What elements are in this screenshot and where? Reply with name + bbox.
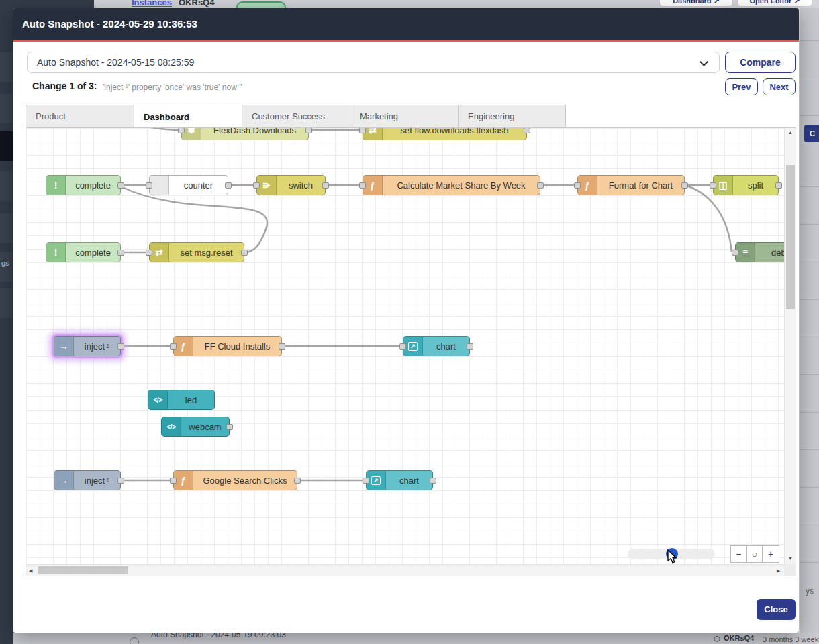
compare-button[interactable]: Compare	[725, 52, 796, 73]
vertical-scrollbar[interactable]: ▲ ▼	[784, 128, 796, 564]
node-label: FlexDash Downloads	[201, 128, 308, 140]
instances-link[interactable]: Instances	[132, 0, 172, 7]
close-button[interactable]: Close	[757, 599, 796, 620]
output-port[interactable]	[305, 128, 312, 133]
complete-icon: !	[46, 176, 66, 195]
sidebar-item[interactable]	[0, 94, 13, 123]
scrollbar-corner	[784, 564, 796, 576]
prev-button[interactable]: Prev	[725, 78, 758, 95]
output-port[interactable]	[524, 128, 530, 133]
flow-node-split[interactable]: ◫split	[713, 175, 779, 195]
node-label: set flow.downloads.flexdash	[383, 128, 526, 140]
flow-node-complete-1[interactable]: !complete	[46, 175, 121, 195]
input-port[interactable]	[170, 343, 177, 350]
node-label: chart	[386, 471, 432, 490]
input-port[interactable]	[146, 250, 152, 256]
flow-node-led[interactable]: </>led	[148, 390, 215, 410]
input-port[interactable]	[710, 182, 716, 189]
change-icon: ⇄	[150, 243, 169, 262]
open-editor-button[interactable]: Open Editor ↗	[737, 0, 812, 7]
zoom-in-button[interactable]: +	[763, 546, 779, 562]
flow-node-switch[interactable]: ⋔switch	[256, 175, 326, 195]
flow-node-set-msg-reset[interactable]: ⇄set msg.reset	[149, 242, 244, 262]
output-port[interactable]	[537, 182, 544, 189]
horizontal-scrollbar[interactable]: ◀ ▶	[26, 564, 784, 576]
hexagon-icon: ⬡	[714, 635, 720, 643]
output-port[interactable]	[117, 182, 124, 189]
counter-icon	[150, 176, 169, 195]
next-button[interactable]: Next	[763, 78, 796, 95]
dashboard-button[interactable]: Dashboard ↗	[659, 0, 733, 7]
sidebar-item[interactable]	[0, 213, 13, 243]
output-port[interactable]	[225, 182, 232, 189]
output-port[interactable]	[241, 250, 248, 256]
input-port[interactable]	[363, 478, 369, 484]
tab-label: Engineering	[468, 111, 514, 121]
output-port[interactable]	[681, 182, 688, 189]
tab-customer-success[interactable]: Customer Success	[242, 105, 350, 128]
output-port[interactable]	[322, 182, 329, 189]
output-port[interactable]	[226, 424, 233, 430]
node-label: Calculate Market Share By Week	[383, 176, 540, 195]
tab-label: Marketing	[360, 111, 398, 121]
function-icon: ƒ	[174, 471, 193, 490]
scroll-right-icon[interactable]: ▶	[777, 568, 780, 574]
scroll-up-icon[interactable]: ▲	[788, 130, 793, 135]
tab-dashboard[interactable]: Dashboard	[134, 105, 242, 129]
input-port[interactable]	[253, 182, 260, 189]
sidebar-item[interactable]	[0, 171, 13, 201]
scroll-left-icon[interactable]: ◀	[29, 568, 32, 574]
flow-node-calc-market-share[interactable]: ƒCalculate Market Share By Week	[363, 175, 540, 195]
sidebar-item[interactable]	[0, 288, 13, 318]
flow-node-inject-2[interactable]: →inject1	[54, 470, 121, 490]
vertical-scrollbar-thumb[interactable]	[786, 165, 795, 309]
flow-node-set-flow-downloads[interactable]: ⇄set flow.downloads.flexdash	[363, 128, 527, 140]
input-port[interactable]	[178, 128, 185, 133]
debug-icon: ≡	[736, 243, 755, 262]
flow-node-complete-2[interactable]: !complete	[46, 242, 121, 262]
flow-node-ff-cloud-installs[interactable]: ƒFF Cloud Installs	[173, 336, 282, 356]
flow-node-flexdash-downloads[interactable]: ✽FlexDash Downloads	[181, 128, 309, 140]
output-port[interactable]	[279, 343, 285, 350]
input-port[interactable]	[732, 250, 738, 256]
snapshot-select[interactable]: Auto Snapshot - 2024-05-15 08:25:59	[27, 52, 720, 73]
tab-product[interactable]: Product	[26, 105, 134, 128]
input-port[interactable]	[359, 128, 366, 133]
zoom-out-button[interactable]: −	[731, 546, 747, 562]
input-port[interactable]	[399, 343, 406, 350]
flow-node-debug[interactable]: ≡debug	[735, 242, 784, 262]
input-port[interactable]	[359, 182, 366, 189]
flow-node-counter[interactable]: counter	[149, 175, 228, 195]
output-port[interactable]	[467, 343, 473, 350]
background-button-fragment[interactable]: C	[804, 125, 819, 142]
scroll-down-icon[interactable]: ▼	[788, 556, 793, 561]
zoom-reset-button[interactable]: ○	[747, 546, 763, 562]
flow-node-webcam[interactable]: </>webcam	[161, 417, 230, 437]
output-port[interactable]	[430, 478, 436, 484]
input-port[interactable]	[146, 182, 152, 189]
tab-marketing[interactable]: Marketing	[350, 105, 458, 128]
project-name: OKRsQ4	[179, 0, 214, 7]
output-port[interactable]	[117, 343, 124, 350]
horizontal-scrollbar-thumb[interactable]	[38, 566, 128, 574]
output-port[interactable]	[117, 478, 124, 484]
sidebar-item[interactable]	[0, 52, 13, 82]
snapshot-compare-dialog: Auto Snapshot - 2024-05-29 10:36:53 Auto…	[13, 8, 799, 633]
input-port[interactable]	[170, 478, 177, 484]
flow-node-google-search-clicks[interactable]: ƒGoogle Search Clicks	[173, 470, 297, 490]
clock-icon	[130, 637, 139, 644]
output-port[interactable]	[294, 478, 301, 484]
node-label: Format for Chart	[597, 176, 684, 195]
node-label: webcam	[181, 417, 229, 436]
node-badge: 1	[106, 477, 109, 484]
tab-engineering[interactable]: Engineering	[458, 105, 566, 128]
flow-node-inject-1[interactable]: →inject1	[54, 336, 121, 356]
sidebar-item-active[interactable]	[0, 131, 13, 161]
input-port[interactable]	[574, 182, 581, 189]
flow-node-chart-2[interactable]: ↗chart	[366, 470, 433, 490]
flow-node-format-for-chart[interactable]: ƒFormat for Chart	[577, 175, 685, 195]
output-port[interactable]	[775, 182, 782, 189]
flow-node-chart-1[interactable]: ↗chart	[403, 336, 470, 356]
output-port[interactable]	[117, 250, 124, 256]
flow-canvas[interactable]: − ○ + ✽FlexDash Downloads⇄set flow.downl…	[26, 128, 784, 564]
